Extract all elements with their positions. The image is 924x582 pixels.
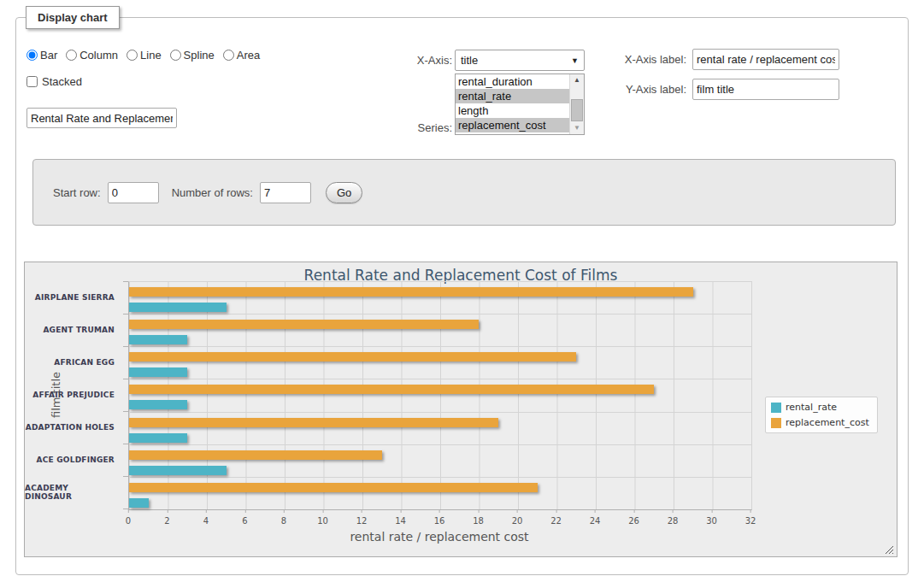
- chart-type-option-label: Column: [79, 49, 118, 62]
- scroll-down-icon[interactable]: ▼: [570, 122, 584, 134]
- x-axis-tick-label: 6: [242, 516, 247, 526]
- bar-rental_rate[interactable]: [129, 367, 187, 377]
- chart-type-radio-column[interactable]: [66, 50, 77, 61]
- num-rows-input[interactable]: [260, 182, 311, 203]
- x-axis-tick-label: 16: [434, 516, 445, 526]
- series-options: rental_durationrental_ratelengthreplacem…: [456, 74, 569, 134]
- start-row-label: Start row:: [53, 186, 101, 199]
- x-axis-tick-label: 18: [473, 516, 484, 526]
- x-axis-tick-label: 4: [203, 516, 209, 526]
- category-label: AFRICAN EGG: [25, 346, 121, 379]
- x-axis-select[interactable]: title ▼: [455, 50, 585, 71]
- series-option-length[interactable]: length: [456, 103, 569, 118]
- bar-replacement_cost[interactable]: [129, 418, 498, 427]
- category-band: [129, 478, 751, 509]
- legend-label: replacement_cost: [786, 417, 869, 428]
- x-axis-tick-label: 24: [590, 516, 601, 526]
- category-band: [129, 315, 751, 347]
- x-axis-tick-label: 22: [550, 516, 562, 526]
- chart-title-input[interactable]: [26, 108, 177, 128]
- chart-type-option-bar: Bar: [26, 49, 57, 62]
- x-axis-title: rental rate / replacement cost: [128, 530, 750, 544]
- listbox-scrollbar[interactable]: ▲ ▼: [569, 74, 584, 134]
- x-axis-selected-value: title: [461, 54, 478, 67]
- chart-type-radio-group: BarColumnLineSplineArea: [26, 49, 265, 62]
- bar-rental_rate[interactable]: [129, 400, 187, 409]
- category-band: [129, 445, 751, 478]
- category-label: AGENT TRUMAN: [25, 314, 121, 346]
- y-axis-label-input[interactable]: [692, 79, 839, 100]
- bar-rental_rate[interactable]: [129, 466, 227, 475]
- chart-type-option-label: Line: [140, 49, 162, 62]
- chart-type-option-spline: Spline: [170, 49, 215, 62]
- bar-replacement_cost[interactable]: [129, 450, 382, 460]
- series-option-rental_rate[interactable]: rental_rate: [456, 89, 569, 103]
- y-axis-label-label: Y-Axis label:: [606, 83, 686, 96]
- legend-swatch-rental_rate: [771, 403, 781, 413]
- x-axis-ticks: 02468101214161820222426283032: [128, 514, 750, 526]
- bar-replacement_cost[interactable]: [129, 352, 576, 362]
- x-axis-select-label: X-Axis:: [384, 54, 452, 67]
- scrollbar-thumb[interactable]: [571, 99, 583, 121]
- x-axis-tick-label: 26: [628, 516, 639, 526]
- bar-replacement_cost[interactable]: [129, 320, 479, 329]
- chart-legend: rental_ratereplacement_cost: [765, 397, 878, 433]
- x-axis-tick-label: 2: [164, 516, 169, 526]
- bar-rental_rate[interactable]: [129, 433, 187, 443]
- category-label: ACADEMY DINOSAUR: [25, 476, 121, 509]
- fieldset-legend: Display chart: [26, 6, 120, 29]
- y-axis-tick-mark: [123, 379, 128, 379]
- chart-type-radio-bar[interactable]: [26, 50, 38, 61]
- x-axis-tick-label: 12: [356, 516, 368, 526]
- y-axis-tick-mark: [123, 476, 128, 477]
- chart-type-option-label: Spline: [184, 49, 215, 62]
- stacked-option: Stacked: [26, 75, 82, 88]
- go-button[interactable]: Go: [326, 182, 362, 203]
- x-axis-label-input[interactable]: [692, 49, 839, 70]
- x-axis-tick-label: 20: [512, 516, 523, 526]
- bar-replacement_cost[interactable]: [129, 287, 693, 297]
- legend-item-rental_rate[interactable]: rental_rate: [771, 402, 869, 413]
- series-select-label: Series:: [375, 121, 452, 134]
- start-row-input[interactable]: [108, 182, 159, 203]
- y-axis-tick-mark: [123, 346, 128, 347]
- y-axis-tick-mark: [123, 444, 128, 444]
- bar-rental_rate[interactable]: [129, 335, 187, 344]
- x-axis-tick-label: 8: [281, 516, 286, 526]
- chart-type-radio-area[interactable]: [223, 50, 234, 61]
- scroll-up-icon[interactable]: ▲: [570, 74, 584, 86]
- num-rows-label: Number of rows:: [172, 186, 253, 199]
- series-option-replacement_cost[interactable]: replacement_cost: [456, 118, 569, 132]
- y-axis-tick-mark: [123, 411, 128, 412]
- bar-rental_rate[interactable]: [129, 498, 149, 508]
- legend-item-replacement_cost[interactable]: replacement_cost: [771, 417, 869, 428]
- category-label: ADAPTATION HOLES: [25, 411, 121, 444]
- x-axis-tick-label: 10: [317, 516, 328, 526]
- chart-resize-handle[interactable]: [884, 544, 893, 554]
- legend-swatch-replacement_cost: [771, 418, 781, 428]
- chart-container: Rental Rate and Replacement Cost of Film…: [24, 262, 898, 557]
- series-listbox[interactable]: rental_durationrental_ratelengthreplacem…: [455, 73, 585, 135]
- y-axis-tick-mark: [123, 281, 128, 282]
- chevron-down-icon: ▼: [571, 56, 579, 65]
- category-band: [129, 282, 751, 315]
- bar-replacement_cost[interactable]: [129, 385, 654, 394]
- category-band: [129, 413, 751, 445]
- chart-type-radio-line[interactable]: [127, 50, 138, 61]
- category-label: ACE GOLDFINGER: [25, 444, 121, 476]
- series-option-rental_duration[interactable]: rental_duration: [456, 74, 569, 89]
- category-axis-labels: AIRPLANE SIERRAAGENT TRUMANAFRICAN EGGAF…: [25, 281, 121, 509]
- row-range-panel: Start row: Number of rows: Go: [32, 159, 896, 226]
- stacked-checkbox[interactable]: [26, 76, 38, 87]
- category-label: AFFAIR PREJUDICE: [25, 379, 121, 411]
- y-axis-tick-mark: [123, 314, 128, 315]
- chart-type-radio-spline[interactable]: [170, 50, 181, 61]
- x-axis-tick-label: 28: [668, 516, 679, 526]
- category-band: [129, 347, 751, 379]
- category-label: AIRPLANE SIERRA: [25, 281, 121, 314]
- x-axis-tick-label: 14: [395, 516, 406, 526]
- bar-rental_rate[interactable]: [129, 303, 227, 312]
- x-axis-tick-label: 0: [126, 516, 131, 526]
- chart-type-option-column: Column: [66, 49, 118, 62]
- bar-replacement_cost[interactable]: [129, 483, 538, 492]
